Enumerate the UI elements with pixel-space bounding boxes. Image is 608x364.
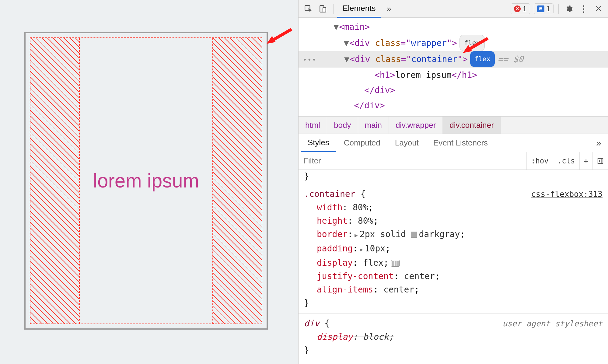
svg-marker-1 xyxy=(267,36,276,44)
flex-editor-icon[interactable] xyxy=(391,260,400,267)
messages-badge[interactable]: 1 xyxy=(534,3,554,14)
subtab-layout[interactable]: Layout xyxy=(388,134,425,152)
devtools-panel: Elements » ✕ 1 1 ⋮ ✕ ▼<main> ▼<div class… xyxy=(298,0,608,364)
annotation-arrow-left xyxy=(265,27,293,45)
subtab-styles[interactable]: Styles xyxy=(301,134,336,152)
decl-padding[interactable]: padding:▶10px; xyxy=(304,242,603,256)
error-icon: ✕ xyxy=(514,5,521,12)
breadcrumb: html body main div.wrapper div.container xyxy=(299,116,608,134)
dom-node-container[interactable]: ••• ▼<div class="container">flex== $0 xyxy=(299,51,608,68)
decl-display-ua[interactable]: display: block; xyxy=(304,330,603,344)
kebab-menu-icon[interactable]: ⋮ xyxy=(577,2,590,16)
styles-filter-input[interactable] xyxy=(299,156,526,166)
device-icon[interactable] xyxy=(316,2,330,16)
dom-node-main[interactable]: ▼<main> xyxy=(299,19,608,35)
dom-node-wrapper[interactable]: ▼<div class="wrapper">flex xyxy=(299,35,608,51)
container-box: lorem ipsum xyxy=(24,32,268,330)
svg-marker-6 xyxy=(463,45,472,53)
close-icon[interactable]: ✕ xyxy=(592,2,605,16)
styles-filter-bar: :hov .cls + xyxy=(299,152,608,170)
hover-toggle[interactable]: :hov xyxy=(526,152,553,170)
subtab-computed[interactable]: Computed xyxy=(337,134,387,152)
decl-height[interactable]: height: 80%; xyxy=(304,214,603,228)
svg-line-0 xyxy=(273,29,292,40)
prev-rule-close: } xyxy=(304,171,309,181)
dom-node-container-close[interactable]: </div> xyxy=(299,83,608,98)
flex-item-center: lorem ipsum xyxy=(79,38,213,324)
new-rule-button[interactable]: + xyxy=(579,152,592,170)
svg-rect-4 xyxy=(323,7,326,12)
dom-node-h1[interactable]: <h1>lorem ipsum</h1> xyxy=(299,68,608,83)
message-icon xyxy=(537,5,544,12)
errors-count: 1 xyxy=(522,5,526,13)
crumb-main[interactable]: main xyxy=(358,117,389,134)
css-rules-pane[interactable]: } css-flexbox:313 .container { width: 80… xyxy=(299,170,608,364)
crumb-container[interactable]: div.container xyxy=(443,117,501,134)
decl-border[interactable]: border:▶2px solid darkgray; xyxy=(304,228,603,242)
page-heading: lorem ipsum xyxy=(93,170,199,192)
decl-align-items[interactable]: align-items: center; xyxy=(304,283,603,296)
devtools-toolbar: Elements » ✕ 1 1 ⋮ ✕ xyxy=(299,0,608,18)
rendered-page: lorem ipsum xyxy=(0,0,298,364)
rule-source-link[interactable]: css-flexbox:313 xyxy=(531,187,603,201)
decl-display[interactable]: display: flex; xyxy=(304,256,603,270)
decl-justify-content[interactable]: justify-content: center; xyxy=(304,270,603,283)
cls-toggle[interactable]: .cls xyxy=(553,152,579,170)
flex-gutter-right xyxy=(213,38,262,324)
crumb-wrapper[interactable]: div.wrapper xyxy=(389,117,443,134)
dom-tree[interactable]: ▼<main> ▼<div class="wrapper">flex ••• ▼… xyxy=(299,18,608,116)
decl-width[interactable]: width: 80%; xyxy=(304,201,603,214)
messages-count: 1 xyxy=(546,5,550,13)
rule-source-ua: user agent stylesheet xyxy=(502,317,603,330)
errors-badge[interactable]: ✕ 1 xyxy=(511,3,530,14)
tabs-overflow-icon[interactable]: » xyxy=(382,2,396,16)
subtab-event-listeners[interactable]: Event Listeners xyxy=(427,134,494,152)
crumb-html[interactable]: html xyxy=(299,117,327,134)
toolbar-separator xyxy=(333,4,334,14)
rule-selector[interactable]: div xyxy=(304,318,320,328)
css-rule-div-ua[interactable]: user agent stylesheet div { display: blo… xyxy=(299,314,608,361)
flex-gutter-left xyxy=(30,38,79,324)
color-swatch[interactable] xyxy=(411,232,417,238)
crumb-body[interactable]: body xyxy=(327,117,358,134)
css-rule-container[interactable]: css-flexbox:313 .container { width: 80%;… xyxy=(299,184,608,314)
dom-node-wrapper-close[interactable]: </div> xyxy=(299,98,608,113)
annotation-arrow-right xyxy=(462,36,489,54)
settings-icon[interactable] xyxy=(562,2,576,16)
flex-overlay: lorem ipsum xyxy=(30,37,262,324)
subtabs-overflow-icon[interactable]: » xyxy=(592,138,606,148)
rule-selector[interactable]: .container xyxy=(304,189,355,199)
selected-node-marker: == $0 xyxy=(498,54,523,64)
tab-elements[interactable]: Elements xyxy=(337,0,381,18)
sidebar-toggle-icon[interactable] xyxy=(592,152,608,170)
svg-line-5 xyxy=(469,38,488,49)
inspect-icon[interactable] xyxy=(302,2,315,16)
styles-subtabs: Styles Computed Layout Event Listeners » xyxy=(299,134,608,152)
toolbar-separator xyxy=(558,4,559,14)
